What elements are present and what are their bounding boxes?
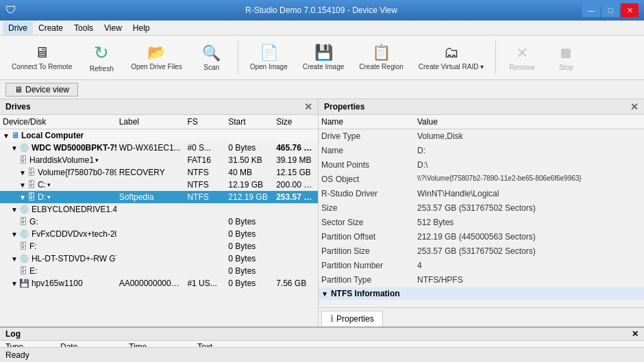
scan-button[interactable]: 🔍 Scan [191, 38, 232, 77]
menu-create[interactable]: Create [33, 22, 69, 34]
remove-button[interactable]: ✕ Remove [501, 38, 543, 77]
list-item[interactable]: ▼ 🗄 D: ▾ Softpedia NTFS 212.19 GB 253.57… [0, 191, 318, 203]
device-fs: NTFS [184, 179, 225, 190]
expand-icon: ▼ [11, 255, 18, 263]
refresh-label: Refresh [90, 65, 114, 73]
property-name: Partition Offset [319, 231, 414, 242]
stop-label: Stop [559, 64, 573, 71]
create-virtual-raid-label: Create Virtual RAID ▾ [419, 63, 484, 71]
log-panel-close[interactable]: ✕ [632, 329, 639, 339]
create-image-button[interactable]: 💾 Create Image [297, 38, 351, 77]
property-name: Mount Points [319, 159, 414, 170]
device-fs [184, 221, 225, 222]
maximize-button[interactable]: □ [602, 3, 619, 17]
refresh-button[interactable]: ↻ Refresh [81, 38, 122, 77]
device-fs: NTFS [184, 167, 225, 178]
list-item[interactable]: 🗄 HarddiskVolume1 ▾ FAT16 31.50 KB 39.19… [0, 154, 318, 166]
property-name: OS Object [319, 174, 414, 185]
computer-icon: 🖥 [11, 131, 19, 140]
list-item[interactable]: 🗄 G: 0 Bytes [0, 216, 318, 228]
list-item[interactable]: 🗄 E: 0 Bytes [0, 265, 318, 277]
drives-panel-close[interactable]: ✕ [304, 101, 312, 112]
property-row: Sector Size 512 Bytes [319, 216, 644, 230]
properties-list: Drive Type Volume,Disk Name D: Mount Poi… [319, 129, 644, 307]
toolbar: 🖥 Connect To Remote ↻ Refresh 📂 Open Dri… [0, 36, 644, 80]
device-fs [184, 246, 225, 247]
scan-label: Scan [203, 64, 219, 71]
device-name: C: [38, 180, 46, 190]
device-start: 0 Bytes [225, 142, 273, 153]
usb-icon: 💾 [19, 279, 29, 288]
properties-panel: Properties ✕ Name Value Drive Type Volum… [319, 99, 644, 326]
device-fs [184, 270, 225, 272]
expand-icon: ▼ [3, 132, 10, 140]
device-size [273, 233, 318, 235]
property-name: Sector Size [319, 217, 414, 228]
minimize-button[interactable]: — [582, 3, 600, 17]
property-row: Drive Type Volume,Disk [319, 129, 644, 144]
device-name: FvFxCDDVDvx+tech-2000... [32, 229, 116, 239]
create-region-icon: 📋 [372, 44, 391, 62]
open-drive-files-label: Open Drive Files [131, 63, 182, 71]
expand-icon: ▼ [11, 144, 18, 152]
device-view-icon: 🖥 [14, 85, 23, 94]
device-start [225, 135, 273, 136]
device-name: E: [29, 266, 37, 276]
col-header-label: Label [116, 116, 185, 127]
device-start: 40 MB [225, 167, 273, 178]
device-fs: FAT16 [184, 155, 225, 166]
section-collapse-icon: ▼ [321, 290, 328, 298]
list-item[interactable]: ▼ 🖥 Local Computer [0, 129, 318, 142]
list-item[interactable]: 🗄 F: 0 Bytes [0, 240, 318, 253]
list-item[interactable]: ▼ 💿 FvFxCDDVDvx+tech-2000... 0 Bytes [0, 228, 318, 240]
list-item[interactable]: ▼ 💾 hpv165w1100 AA000000000000... #1 US.… [0, 277, 318, 289]
status-text: Ready [5, 350, 29, 360]
property-value: 212.19 GB (445000563 Sectors) [414, 231, 644, 242]
property-row: Size 253.57 GB (531767502 Sectors) [319, 201, 644, 216]
device-name: HL-DT-STDVD+-RW GT60... [32, 254, 116, 263]
list-item[interactable]: ▼ 🗄 C: ▾ NTFS 12.19 GB 200.00 GB [0, 179, 318, 191]
create-region-button[interactable]: 📋 Create Region [353, 38, 409, 77]
cd-icon: 💿 [19, 229, 29, 239]
menu-view[interactable]: View [99, 22, 127, 34]
property-row: Mount Points D:\ [319, 158, 644, 172]
device-size: 253.57 GB [273, 192, 318, 203]
open-image-label: Open Image [250, 63, 288, 71]
stop-button[interactable]: ⏹ Stop [545, 38, 586, 77]
properties-panel-close[interactable]: ✕ [630, 101, 639, 112]
property-value: NTFS/HPFS [414, 274, 644, 285]
device-size: 200.00 GB [273, 179, 318, 190]
device-view-button[interactable]: 🖥 Device view [5, 83, 78, 96]
remove-label: Remove [510, 64, 535, 71]
col-header-size: Size [273, 116, 318, 127]
toolbar-separator-1 [238, 40, 238, 75]
device-start: 31.50 KB [225, 155, 273, 166]
open-drive-files-button[interactable]: 📂 Open Drive Files [125, 38, 188, 77]
menu-tools[interactable]: Tools [69, 22, 99, 34]
create-virtual-raid-button[interactable]: 🗂 Create Virtual RAID ▾ [412, 38, 490, 77]
remove-icon: ✕ [516, 44, 528, 62]
tab-properties[interactable]: ℹ Properties [321, 311, 383, 326]
close-button[interactable]: ✕ [621, 3, 639, 17]
connect-remote-button[interactable]: 🖥 Connect To Remote [5, 38, 78, 77]
list-item[interactable]: ▼ 🗄 Volume{f75807b0-789... ▾ RECOVERY NT… [0, 166, 318, 179]
section-label: NTFS Information [331, 289, 400, 298]
list-item[interactable]: ▼ 💿 WDC WD5000BPKT-75P... WD-WX61EC1... … [0, 142, 318, 154]
device-label [116, 270, 185, 272]
device-name: hpv165w1100 [32, 279, 83, 288]
ntfs-information-section[interactable]: ▼ NTFS Information [319, 287, 644, 300]
list-item[interactable]: ▼ 💿 ELBYCLONEDRIVE1.4 [0, 203, 318, 216]
tab-properties-label: Properties [336, 314, 374, 324]
device-start: 0 Bytes [225, 266, 273, 276]
menu-drive[interactable]: Drive [3, 22, 33, 34]
open-image-button[interactable]: 📄 Open Image [244, 38, 294, 77]
open-drive-files-icon: 📂 [147, 44, 166, 62]
menu-help[interactable]: Help [127, 22, 156, 34]
window-title: R-Studio Demo 7.0.154109 - Device View [60, 5, 582, 15]
disk-icon: 🗄 [19, 155, 27, 165]
property-value: 512 Bytes [414, 217, 644, 228]
expand-icon: ▼ [11, 206, 18, 214]
list-item[interactable]: ▼ 💿 HL-DT-STDVD+-RW GT60... 0 Bytes [0, 253, 318, 265]
device-label: RECOVERY [116, 167, 185, 178]
address-bar: 🖥 Device view [0, 80, 644, 99]
